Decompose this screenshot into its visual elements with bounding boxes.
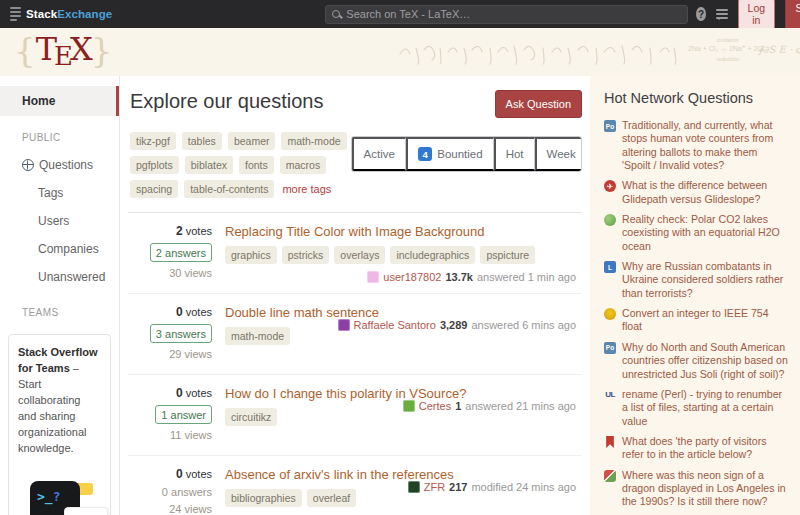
tag-pill[interactable]: tables — [182, 132, 222, 150]
hot-question-item: Reality check: Polar CO2 lakes coexistin… — [604, 213, 788, 253]
hot-question-link[interactable]: What does 'the party of visitors refer t… — [622, 435, 788, 462]
answers-count: 3 answers — [150, 324, 212, 343]
avatar[interactable] — [338, 319, 350, 331]
tag-pill[interactable]: tikz-pgf — [130, 132, 176, 150]
question-meta: ZFR 217 modified 24 mins ago — [408, 481, 576, 493]
site-header: {TEX} oxidation 2Na + Cl₂ → 2Na⁺ + 2Cl⁻ … — [0, 28, 800, 76]
question-title-link[interactable]: Absence of arxiv's link in the reference… — [225, 467, 578, 482]
more-tags-link[interactable]: more tags — [280, 180, 333, 198]
tag-pill[interactable]: overlays — [334, 246, 385, 264]
question-row: 2 votes 2 answers 30 views Replacing Tit… — [128, 213, 582, 294]
sidebar-item-questions[interactable]: Questions — [0, 151, 119, 179]
login-button[interactable]: Log in — [738, 0, 775, 30]
hot-question-link[interactable]: What is the difference between Glidepath… — [622, 179, 788, 206]
worldbuilding-site-icon — [604, 214, 616, 226]
sidebar-item-unanswered[interactable]: Unanswered — [0, 263, 119, 291]
tag-pill[interactable]: biblatex — [185, 156, 233, 174]
tab-hot[interactable]: Hot — [494, 137, 535, 171]
ask-question-button[interactable]: Ask Question — [495, 90, 582, 118]
hot-question-item: Convert an integer to IEEE 754 float — [604, 307, 788, 334]
hot-network-title: Hot Network Questions — [604, 90, 788, 106]
question-row: 0 votes 0 answers 24 views Absence of ar… — [128, 456, 582, 515]
hot-question-link[interactable]: Traditionally, and currently, what stops… — [622, 119, 788, 172]
question-meta: Raffaele Santoro 3,289 answered 6 mins a… — [338, 319, 576, 331]
user-link[interactable]: Raffaele Santoro — [354, 319, 436, 331]
hot-question-item: ✈ What is the difference between Glidepa… — [604, 179, 788, 206]
activity-time: answered 6 mins ago — [471, 319, 576, 331]
question-meta: Certes 1 answered 21 mins ago — [403, 400, 576, 412]
hot-question-link[interactable]: Where was this neon sign of a dragon dis… — [622, 469, 788, 509]
sidebar-item-tags[interactable]: Tags — [0, 179, 119, 207]
tab-bountied[interactable]: 4 Bountied — [406, 137, 494, 171]
help-icon[interactable]: ? — [696, 7, 705, 21]
question-stats: 0 votes 0 answers 24 views — [128, 467, 212, 515]
user-reputation: 217 — [449, 481, 467, 493]
tag-pill[interactable]: pspicture — [480, 246, 535, 264]
tag-pill[interactable]: overleaf — [307, 489, 356, 507]
tex-site-logo[interactable]: {TEX} — [14, 30, 112, 70]
avatar[interactable] — [408, 481, 420, 493]
chemistry-watermark: oxidation 2Na + Cl₂ → 2Na⁺ + 2Cl⁻ reduct… — [688, 36, 768, 63]
hot-question-link[interactable]: Why do North and South American countrie… — [622, 341, 788, 381]
tag-pill[interactable]: bibliographies — [225, 489, 302, 507]
sidebar-item-home[interactable]: Home — [0, 86, 119, 116]
question-filter-tabs: Active 4 Bountied Hot Week Month — [351, 136, 582, 172]
tag-pill[interactable]: pgfplots — [130, 156, 179, 174]
views-count: 30 views — [128, 267, 212, 279]
hot-question-item: Po Why do North and South American count… — [604, 341, 788, 381]
sidebar-item-companies[interactable]: Companies — [0, 235, 119, 263]
sidebar-item-label: Questions — [39, 158, 93, 172]
teams-blurb: Stack Overflow for Teams – Start collabo… — [18, 345, 101, 457]
question-stats: 0 votes 1 answer 11 views — [128, 386, 212, 446]
tab-active[interactable]: Active — [352, 137, 406, 171]
tag-pill[interactable]: graphics — [225, 246, 277, 264]
activity-time: modified 24 mins ago — [471, 481, 576, 493]
teams-illustration: >_? ✓ Free — [18, 467, 101, 515]
tag-pill[interactable]: circuitikz — [225, 408, 277, 426]
views-count: 24 views — [128, 503, 212, 515]
tag-pill[interactable]: math-mode — [225, 327, 290, 345]
hot-question-link[interactable]: Reality check: Polar CO2 lakes coexistin… — [622, 213, 788, 253]
hot-question-item: UL rename (Perl) - trying to renumber a … — [604, 388, 788, 428]
popular-tags: tikz-pgf tables beamer math-mode pgfplot… — [130, 132, 351, 198]
avatar[interactable] — [367, 271, 379, 283]
question-title-link[interactable]: Replacing Title Color with Image Backgro… — [225, 224, 578, 239]
stackexchange-logo-text: StackExchange — [26, 8, 112, 20]
hot-question-link[interactable]: rename (Perl) - trying to renumber a lis… — [622, 388, 788, 428]
hot-network-list: Po Traditionally, and currently, what st… — [604, 119, 788, 515]
tab-week[interactable]: Week — [535, 137, 582, 171]
tag-pill[interactable]: math-mode — [281, 132, 346, 150]
hot-question-link[interactable]: Why are Russian combatants in Ukraine co… — [622, 260, 788, 300]
answers-count: 2 answers — [150, 243, 212, 262]
sidebar-section-teams: TEAMS — [0, 291, 119, 326]
signup-button[interactable]: Sign up — [785, 0, 800, 30]
script-watermark — [398, 40, 678, 66]
search-input[interactable] — [346, 8, 681, 20]
search-icon — [332, 10, 340, 18]
stackexchange-logo[interactable]: StackExchange — [10, 7, 112, 21]
user-link[interactable]: ZFR — [424, 481, 445, 493]
hot-question-link[interactable]: Convert an integer to IEEE 754 float — [622, 307, 788, 334]
sidebar-item-users[interactable]: Users — [0, 207, 119, 235]
tag-pill[interactable]: fonts — [239, 156, 274, 174]
topbar-icons: ? Log in Sign up — [696, 0, 800, 30]
search-box — [325, 5, 688, 24]
user-link[interactable]: user187802 — [383, 271, 441, 283]
tag-pill[interactable]: beamer — [228, 132, 276, 150]
question-title-link[interactable]: Double line math sentence — [225, 305, 578, 320]
question-row: 0 votes 1 answer 11 views How do I chang… — [128, 375, 582, 456]
tag-pill[interactable]: pstricks — [282, 246, 330, 264]
user-link[interactable]: Certes — [419, 400, 451, 412]
site-switcher-icon[interactable] — [716, 9, 728, 19]
tag-pill[interactable]: spacing — [130, 180, 178, 198]
question-title-link[interactable]: How do I change this polarity in VSource… — [225, 386, 578, 401]
code-golf-site-icon — [604, 308, 616, 320]
hot-question-item: L Why are Russian combatants in Ukraine … — [604, 260, 788, 300]
hot-question-item: Where was this neon sign of a dragon dis… — [604, 469, 788, 509]
hot-question-item: What does 'the party of visitors refer t… — [604, 435, 788, 462]
tag-pill[interactable]: table-of-contents — [184, 180, 274, 198]
answers-count: 0 answers — [162, 486, 212, 498]
avatar[interactable] — [403, 400, 415, 412]
tag-pill[interactable]: macros — [280, 156, 326, 174]
tag-pill[interactable]: includegraphics — [390, 246, 475, 264]
